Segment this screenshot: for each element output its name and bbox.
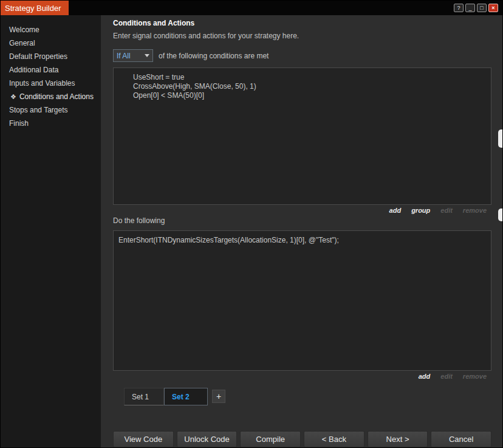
window-controls: ? _ □ × <box>454 1 502 15</box>
condition-logic-dropdown[interactable]: If All <box>113 49 153 62</box>
condition-logic-row: If All of the following conditions are m… <box>113 49 491 62</box>
set-tabs: Set 1 Set 2 + <box>124 387 491 405</box>
page-title: Conditions and Actions <box>113 19 491 27</box>
wizard-step-sidebar: Welcome General Default Properties Addit… <box>1 15 101 447</box>
view-code-button[interactable]: View Code <box>113 431 174 447</box>
conditions-group-link[interactable]: group <box>411 207 430 215</box>
actions-add-link[interactable]: add <box>419 373 431 381</box>
actions-list: EnterShort(ITNDynamicSizesTargets(Alloca… <box>113 230 491 371</box>
condition-logic-suffix: of the following conditions are met <box>159 52 269 60</box>
compass-diamond-icon: ❖ <box>10 93 16 100</box>
actions-remove-link[interactable]: remove <box>463 373 487 381</box>
sidebar-item-general[interactable]: General <box>1 36 101 50</box>
actions-link-row: add edit remove <box>113 371 491 382</box>
conditions-link-row: add group edit remove <box>113 205 491 216</box>
bottom-button-bar: View Code Unlock Code Compile < Back Nex… <box>113 431 491 447</box>
close-button[interactable]: × <box>488 4 498 12</box>
sidebar-item-additional-data[interactable]: Additional Data <box>1 63 101 77</box>
chevron-down-icon <box>145 54 149 57</box>
conditions-edit-link[interactable]: edit <box>440 207 453 215</box>
conditions-list: UseShort = true CrossAbove(High, SMA(Clo… <box>113 67 491 205</box>
next-button[interactable]: Next > <box>368 431 428 447</box>
actions-edit-link[interactable]: edit <box>440 373 453 381</box>
page-subtitle: Enter signal conditions and actions for … <box>113 32 491 40</box>
actions-label: Do the following <box>113 216 491 225</box>
action-item[interactable]: EnterShort(ITNDynamicSizesTargets(Alloca… <box>118 236 486 245</box>
condition-logic-value: If All <box>117 52 131 60</box>
maximize-button[interactable]: □ <box>477 4 487 12</box>
compile-button[interactable]: Compile <box>240 431 301 447</box>
tab-set-2[interactable]: Set 2 <box>164 388 208 405</box>
sidebar-item-default-properties[interactable]: Default Properties <box>1 50 101 63</box>
minimize-button[interactable]: _ <box>465 4 475 12</box>
help-button[interactable]: ? <box>454 4 464 12</box>
conditions-add-link[interactable]: add <box>389 207 402 215</box>
sidebar-item-inputs-and-variables[interactable]: Inputs and Variables <box>1 77 101 90</box>
add-set-button[interactable]: + <box>212 390 225 403</box>
strategy-builder-window: Strategy Builder ? _ □ × Welcome General… <box>0 0 503 448</box>
condition-item[interactable]: UseShort = true <box>133 73 486 82</box>
conditions-and-actions-panel: Conditions and Actions Enter signal cond… <box>101 15 502 447</box>
sidebar-item-stops-and-targets[interactable]: Stops and Targets <box>1 103 101 117</box>
sidebar-item-finish[interactable]: Finish <box>1 117 101 130</box>
conditions-remove-link[interactable]: remove <box>463 207 487 215</box>
condition-item[interactable]: Open[0] < SMA(50)[0] <box>133 91 486 100</box>
condition-item[interactable]: CrossAbove(High, SMA(Close, 50), 1) <box>133 82 486 91</box>
scrollbar-thumb[interactable] <box>498 208 502 221</box>
scrollbar-thumb[interactable] <box>498 129 502 148</box>
titlebar: Strategy Builder ? _ □ × <box>1 1 502 15</box>
cancel-button[interactable]: Cancel <box>431 431 491 447</box>
unlock-code-button[interactable]: Unlock Code <box>177 431 238 447</box>
back-button[interactable]: < Back <box>304 431 364 447</box>
window-body: Welcome General Default Properties Addit… <box>1 15 502 447</box>
sidebar-item-conditions-and-actions[interactable]: ❖Conditions and Actions <box>1 90 101 103</box>
sidebar-item-welcome[interactable]: Welcome <box>1 23 101 36</box>
tab-set-1[interactable]: Set 1 <box>124 388 164 405</box>
window-title: Strategy Builder <box>1 1 69 15</box>
